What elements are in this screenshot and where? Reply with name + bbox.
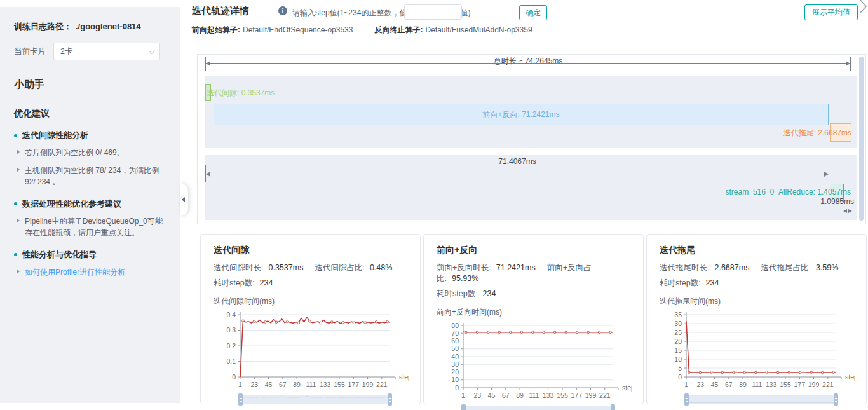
arrow-end-tick xyxy=(829,165,829,182)
svg-text:67: 67 xyxy=(502,392,510,399)
forward-backward-chart: 0102030405060708012345678911113315517719… xyxy=(437,319,632,403)
sidebar-collapse-handle[interactable] xyxy=(180,183,188,216)
show-average-button[interactable]: 展示平均值 xyxy=(804,4,858,20)
iteration-gap-zoom-slider[interactable] xyxy=(240,395,390,404)
step-input[interactable] xyxy=(404,4,462,20)
svg-text:1: 1 xyxy=(461,392,465,399)
forward-backward-card: 前向+反向 前向+反向时长:71.2421ms前向+反向占比:95.93% 耗时… xyxy=(423,234,644,404)
fb-span-arrow xyxy=(206,174,829,174)
svg-text:89: 89 xyxy=(293,381,301,388)
forward-op-value: Default/EndOfSequence-op3533 xyxy=(243,25,353,34)
svg-text:45: 45 xyxy=(711,381,719,388)
svg-text:89: 89 xyxy=(516,392,524,399)
total-duration-label: 总时长 ≈ 74.2645ms xyxy=(206,56,850,67)
svg-text:177: 177 xyxy=(348,381,360,388)
duration-label: 迭代间隙时长: xyxy=(214,263,263,272)
svg-text:50: 50 xyxy=(451,345,459,352)
card-select-value: 2卡 xyxy=(60,46,72,57)
svg-text:177: 177 xyxy=(571,392,583,399)
iteration-tail-zoom-slider[interactable] xyxy=(686,395,836,404)
section-data-processing-advice: 数据处理性能优化参考建议 Pipeline中的算子DeviceQueueOp_0… xyxy=(14,198,168,239)
svg-text:step: step xyxy=(845,373,855,381)
chart-title: 前向+反向时间(ms) xyxy=(437,307,630,318)
svg-text:1: 1 xyxy=(684,381,688,388)
operators-row: 前向起始算子:Default/EndOfSequence-op3533反向终止算… xyxy=(192,25,532,36)
svg-text:133: 133 xyxy=(320,381,331,388)
svg-text:221: 221 xyxy=(599,392,611,399)
bullet-icon xyxy=(14,253,17,256)
steps-label: 耗时step数: xyxy=(660,278,701,287)
list-item[interactable]: 芯片侧队列为空比例 0/ 469。 xyxy=(17,147,168,159)
section-performance-guide: 性能分析与优化指导 如何使用Profiler进行性能分析 xyxy=(14,249,168,278)
bullet-icon xyxy=(14,134,17,137)
info-icon[interactable]: i xyxy=(278,6,287,15)
page-title: 迭代轨迹详情 xyxy=(192,5,249,17)
profiler-guide-link[interactable]: 如何使用Profiler进行性能分析 xyxy=(17,266,168,278)
arrow-end-tick xyxy=(850,57,851,71)
duration-value: 0.3537ms xyxy=(268,263,303,272)
section-title: 迭代间隙性能分析 xyxy=(14,130,168,141)
card-title: 迭代间隙 xyxy=(214,245,407,256)
caret-right-icon xyxy=(17,149,20,154)
timeline-panel: 总时长 ≈ 74.2645ms 迭代间隙: 0.3537ms 前向+反向: 71… xyxy=(197,54,866,224)
svg-text:70: 70 xyxy=(451,329,459,337)
svg-text:10: 10 xyxy=(674,355,682,363)
card-title: 前向+反向 xyxy=(437,245,630,256)
svg-text:0.3: 0.3 xyxy=(226,326,236,334)
steps-label: 耗时step数: xyxy=(214,278,255,287)
tail-gap-label: 1.0985ms xyxy=(820,197,854,206)
ratio-value: 0.48% xyxy=(370,263,392,272)
card-title: 迭代拖尾 xyxy=(660,245,853,256)
svg-text:25: 25 xyxy=(674,329,682,336)
summary-cards: 迭代间隙 迭代间隙时长:0.3537ms迭代间隙占比:0.48% 耗时step数… xyxy=(200,234,867,404)
svg-text:221: 221 xyxy=(822,381,834,388)
arrow-end-tick xyxy=(205,165,206,182)
backward-op-value: Default/FusedMulAddN-op3359 xyxy=(425,25,532,34)
svg-text:177: 177 xyxy=(794,381,806,388)
duration-value: 2.6687ms xyxy=(714,263,749,272)
log-path-value: ./googlenet-0814 xyxy=(76,22,141,31)
chevron-down-icon xyxy=(149,48,155,54)
svg-text:60: 60 xyxy=(451,337,459,345)
list-item[interactable]: 主机侧队列为空比例 78/ 234，为满比例 92/ 234 。 xyxy=(17,165,168,188)
backward-op-label: 反向终止算子: xyxy=(374,25,423,34)
sidebar: 训练日志路径：./googlenet-0814 当前卡片 2卡 小助手 优化建议… xyxy=(0,7,180,403)
steps-value: 234 xyxy=(706,278,719,287)
confirm-button[interactable]: 确定 xyxy=(519,5,547,20)
fb-span-label: 71.4067ms xyxy=(205,157,829,166)
step-trace-row-1: 迭代间隙: 0.3537ms 前向+反向: 71.2421ms 迭代拖尾: 2.… xyxy=(205,76,857,148)
steps-label: 耗时step数: xyxy=(437,289,478,298)
card-select[interactable]: 2卡 xyxy=(53,43,160,60)
forward-backward-block[interactable]: 前向+反向: 71.2421ms xyxy=(214,104,829,125)
ratio-label: 迭代拖尾占比: xyxy=(761,263,810,272)
link-text: 如何使用Profiler进行性能分析 xyxy=(25,266,125,278)
chart-title: 迭代拖尾时间(ms) xyxy=(660,296,853,307)
forward-op-label: 前向起始算子: xyxy=(192,25,240,34)
svg-text:111: 111 xyxy=(529,392,539,399)
svg-text:155: 155 xyxy=(334,381,345,388)
svg-text:23: 23 xyxy=(473,392,481,399)
svg-text:10: 10 xyxy=(451,376,459,383)
section-title: 性能分析与优化指导 xyxy=(14,249,168,261)
svg-text:0.2: 0.2 xyxy=(226,342,236,350)
ratio-label: 迭代间隙占比: xyxy=(315,263,364,272)
svg-text:30: 30 xyxy=(674,320,682,327)
svg-text:67: 67 xyxy=(725,381,733,388)
timeline-scrollbar[interactable] xyxy=(859,57,864,221)
list-item-text: 主机侧队列为空比例 78/ 234，为满比例 92/ 234 。 xyxy=(25,165,168,188)
list-item[interactable]: Pipeline中的算子DeviceQueueOp_0可能存在性能瓶颈，请用户重… xyxy=(17,215,168,239)
forward-backward-zoom-slider[interactable] xyxy=(463,406,613,410)
measure-tick xyxy=(853,193,853,219)
ratio-value: 95.93% xyxy=(452,274,478,283)
iteration-tail-chart: 0510152025303512345678911113315517719922… xyxy=(660,308,855,392)
suggestions-title: 优化建议 xyxy=(14,108,168,120)
svg-text:step: step xyxy=(399,373,409,381)
svg-text:30: 30 xyxy=(451,360,459,368)
section-title-text: 数据处理性能优化参考建议 xyxy=(22,198,121,210)
chevron-right-icon[interactable] xyxy=(858,0,868,15)
collapse-left-icon xyxy=(182,197,185,202)
svg-text:0: 0 xyxy=(232,373,236,381)
svg-text:155: 155 xyxy=(780,381,791,388)
assistant-title: 小助手 xyxy=(14,78,168,92)
steps-value: 234 xyxy=(483,289,496,298)
